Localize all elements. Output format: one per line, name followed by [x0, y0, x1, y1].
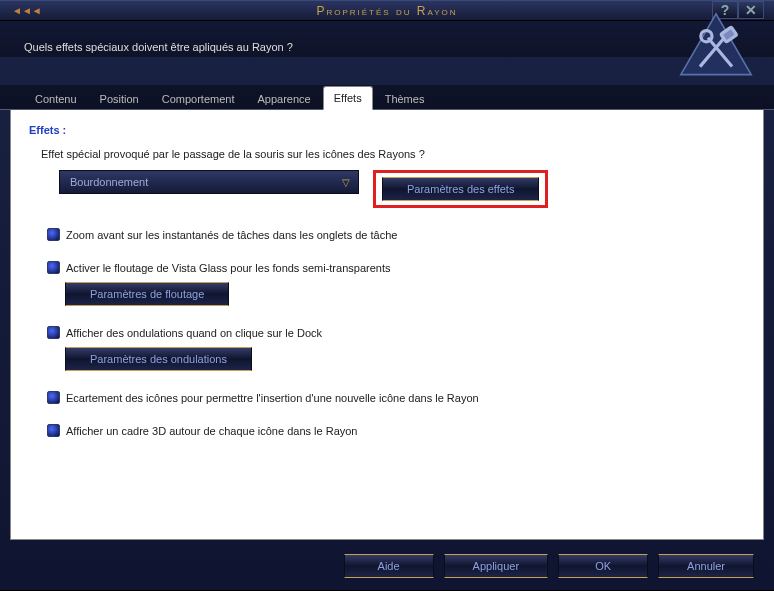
dialog-window: ◄◄◄ Propriétés du Rayon ►►► ? ✕ Quels ef…: [0, 0, 774, 591]
titlebar: ◄◄◄ Propriétés du Rayon ►►►: [0, 1, 774, 21]
checkbox-frame-3d-label: Afficher un cadre 3D autour de chaque ic…: [66, 425, 358, 437]
chevron-down-icon: ▽: [342, 177, 350, 188]
checkbox-zoom-tasks[interactable]: [47, 228, 60, 241]
tab-themes[interactable]: Thèmes: [374, 87, 436, 110]
apply-button[interactable]: Appliquer: [444, 554, 548, 578]
tab-effets[interactable]: Effets: [323, 86, 373, 110]
checkbox-frame-3d[interactable]: [47, 424, 60, 437]
ok-button[interactable]: OK: [558, 554, 648, 578]
ripples-settings-button[interactable]: Paramètres des ondulations: [65, 347, 252, 371]
hover-effect-label: Effet spécial provoqué par le passage de…: [41, 148, 745, 160]
checkbox-ripples-label: Afficher des ondulations quand on clique…: [66, 327, 322, 339]
help-button[interactable]: Aide: [344, 554, 434, 578]
checkbox-vista-glass[interactable]: [47, 261, 60, 274]
blur-settings-button[interactable]: Paramètres de floutage: [65, 282, 229, 306]
section-title: Effets :: [29, 124, 745, 136]
titlebar-deco-left: ◄◄◄: [12, 5, 42, 16]
dialog-question-text: Quels effets spéciaux doivent être apliq…: [24, 41, 293, 53]
tab-apparence[interactable]: Apparence: [247, 87, 322, 110]
tab-content: Effets : Effet spécial provoqué par le p…: [10, 110, 764, 540]
svg-marker-0: [681, 14, 751, 75]
checkbox-zoom-tasks-label: Zoom avant sur les instantanés de tâches…: [66, 229, 397, 241]
hover-effect-selected: Bourdonnement: [70, 176, 148, 188]
highlight-annotation: Paramètres des effets: [373, 170, 548, 208]
checkbox-icon-spread-label: Ecartement des icônes pour permettre l'i…: [66, 392, 479, 404]
tab-bar: Contenu Position Comportement Apparence …: [0, 85, 774, 110]
checkbox-icon-spread[interactable]: [47, 391, 60, 404]
dialog-footer: Aide Appliquer OK Annuler: [344, 554, 754, 578]
window-title: Propriétés du Rayon: [316, 4, 457, 18]
effect-settings-button[interactable]: Paramètres des effets: [382, 177, 539, 201]
checkbox-vista-glass-label: Activer le floutage de Vista Glass pour …: [66, 262, 390, 274]
tab-position[interactable]: Position: [89, 87, 150, 110]
dialog-question: Quels effets spéciaux doivent être apliq…: [0, 21, 774, 57]
cancel-button[interactable]: Annuler: [658, 554, 754, 578]
hover-effect-dropdown[interactable]: Bourdonnement ▽: [59, 170, 359, 194]
tab-comportement[interactable]: Comportement: [151, 87, 246, 110]
checkbox-ripples[interactable]: [47, 326, 60, 339]
tab-contenu[interactable]: Contenu: [24, 87, 88, 110]
tools-icon: [676, 9, 756, 89]
